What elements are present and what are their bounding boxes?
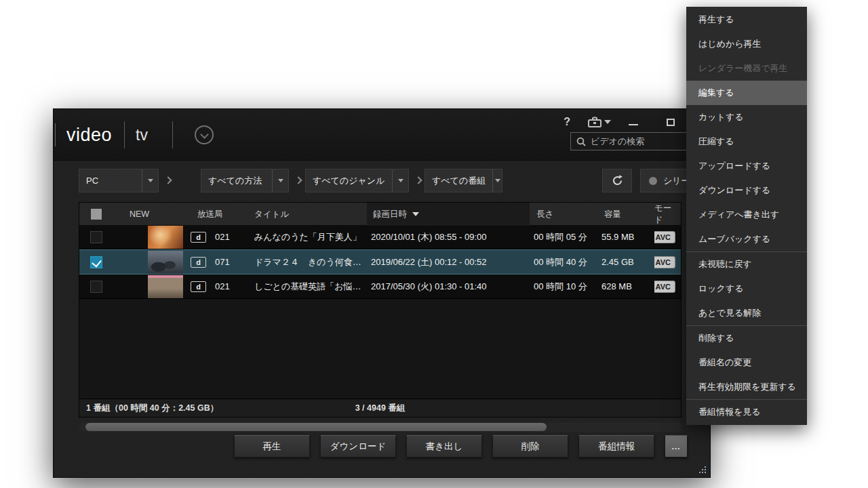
refresh-icon xyxy=(611,174,624,187)
row-checkbox[interactable] xyxy=(90,256,102,268)
menu-item-remove-watch-later[interactable]: あとで見る解除 xyxy=(686,301,807,325)
filter-bar: PC すべての方法 すべてのジャンル すべての番組 xyxy=(79,169,694,192)
dropdown-device-value: PC xyxy=(79,176,142,186)
record-size: 628 MB xyxy=(601,274,654,298)
row-checkbox[interactable] xyxy=(90,231,102,243)
toolbox-icon xyxy=(588,117,601,127)
terrestrial-d-icon: d xyxy=(191,232,206,243)
menu-item-play-from-start[interactable]: はじめから再生 xyxy=(686,32,807,56)
app-window: video tv ? xyxy=(53,108,711,478)
chevron-down-icon[interactable] xyxy=(392,169,408,192)
record-size: 55.9 MB xyxy=(601,225,654,249)
help-icon[interactable]: ? xyxy=(564,116,570,128)
export-button[interactable]: 書き出し xyxy=(406,435,482,458)
program-title: しごとの基礎英語「お悩… xyxy=(250,274,367,298)
program-thumbnail xyxy=(148,275,183,298)
more-actions-button[interactable]: … xyxy=(665,435,688,458)
chevron-down-icon[interactable] xyxy=(142,169,158,192)
refresh-button[interactable] xyxy=(602,169,632,192)
table-header-row: NEW 放送局 タイトル 録画日時 長さ 容量 モード xyxy=(79,203,681,225)
record-length: 00 時間 05 分 xyxy=(530,225,601,249)
menu-item-play-on-renderer: レンダラー機器で再生 xyxy=(686,56,807,81)
record-datetime: 2017/05/30 (火) 01:30 - 01:40 xyxy=(367,274,530,298)
table-row-selected[interactable]: d 071 ドラマ２４ きのう何食… 2019/06/22 (土) 00:12 … xyxy=(79,249,681,274)
recordings-table: NEW 放送局 タイトル 録画日時 長さ 容量 モード d 021 み xyxy=(79,202,682,418)
desktop-wallpaper: video tv ? xyxy=(0,0,868,488)
expand-chevron-icon[interactable] xyxy=(195,125,214,144)
menu-item-rename-program[interactable]: 番組名の変更 xyxy=(686,350,807,375)
menu-item-play[interactable]: 再生する xyxy=(686,7,807,32)
radio-icon xyxy=(649,177,657,185)
table-row[interactable]: d 021 みんなのうた「月下美人」 2020/10/01 (木) 08:55 … xyxy=(79,225,681,249)
terrestrial-d-icon: d xyxy=(191,281,206,292)
horizontal-scrollbar[interactable] xyxy=(79,422,682,432)
table-status-bar: 3 / 4949 番組 1 番組（00 時間 40 分：2.45 GB） xyxy=(79,399,681,417)
tools-menu-button[interactable] xyxy=(588,117,611,127)
menu-item-edit[interactable]: 編集する xyxy=(686,81,807,105)
record-datetime: 2020/10/01 (木) 08:55 - 09:00 xyxy=(367,225,530,249)
breadcrumb-chevron-icon xyxy=(294,176,302,184)
breadcrumb-chevron-icon xyxy=(414,176,422,184)
dropdown-program-value: すべての番組 xyxy=(425,175,492,187)
program-thumbnail xyxy=(148,226,183,249)
column-header-title[interactable]: タイトル xyxy=(250,203,367,226)
dropdown-genre-value: すべてのジャンル xyxy=(306,175,392,187)
column-header-date[interactable]: 録画日時 xyxy=(367,203,530,226)
menu-item-mark-unwatched[interactable]: 未視聴に戻す xyxy=(686,252,807,277)
menu-item-lock[interactable]: ロックする xyxy=(686,277,807,301)
row-checkbox[interactable] xyxy=(90,281,102,293)
column-header-mode[interactable]: モード xyxy=(654,203,681,226)
station-cell: d 021 xyxy=(189,274,250,298)
search-placeholder: ビデオの検索 xyxy=(591,136,644,148)
program-title: みんなのうた「月下美人」 xyxy=(250,225,367,249)
resize-grip[interactable] xyxy=(698,465,707,474)
menu-item-download[interactable]: ダウンロードする xyxy=(686,178,807,203)
search-input[interactable]: ビデオの検索 xyxy=(570,132,698,150)
mode-badge: AVC xyxy=(654,231,675,243)
column-header-new[interactable]: NEW xyxy=(113,203,189,226)
scrollbar-thumb[interactable] xyxy=(85,423,547,431)
record-length: 00 時間 40 分 xyxy=(530,250,601,274)
minimize-button[interactable] xyxy=(629,117,638,127)
menu-item-view-program-info[interactable]: 番組情報を見る xyxy=(686,400,807,424)
chevron-down-icon[interactable] xyxy=(272,169,288,192)
dropdown-genre[interactable]: すべてのジャンル xyxy=(305,169,409,192)
dropdown-method[interactable]: すべての方法 xyxy=(201,169,289,192)
tab-video[interactable]: video xyxy=(56,125,124,146)
select-all-checkbox[interactable] xyxy=(79,203,113,226)
column-header-station[interactable]: 放送局 xyxy=(189,203,250,226)
column-header-size[interactable]: 容量 xyxy=(601,203,654,226)
play-button[interactable]: 再生 xyxy=(234,435,310,458)
program-thumbnail xyxy=(148,251,183,274)
dropdown-program[interactable]: すべての番組 xyxy=(425,169,502,192)
chevron-down-icon xyxy=(604,120,611,124)
column-header-length[interactable]: 長さ xyxy=(530,203,601,226)
record-datetime: 2019/06/22 (土) 00:12 - 00:52 xyxy=(367,250,530,274)
maximize-button[interactable] xyxy=(667,119,675,126)
brand-tabs: video tv xyxy=(54,119,214,151)
menu-item-upload[interactable]: アップロードする xyxy=(686,154,807,178)
terrestrial-d-icon: d xyxy=(191,257,206,268)
table-row[interactable]: d 021 しごとの基礎英語「お悩… 2017/05/30 (火) 01:30 … xyxy=(79,274,681,299)
column-header-date-label: 録画日時 xyxy=(373,209,407,220)
station-cell: d 021 xyxy=(189,225,250,249)
menu-item-moveback[interactable]: ムーブバックする xyxy=(686,227,807,251)
station-cell: d 071 xyxy=(189,250,250,274)
menu-item-cut[interactable]: カットする xyxy=(686,105,807,129)
checkbox-icon xyxy=(91,209,102,220)
breadcrumb-chevron-icon xyxy=(164,176,172,184)
dropdown-device[interactable]: PC xyxy=(79,169,159,192)
tab-tv[interactable]: tv xyxy=(125,126,172,144)
context-menu: 再生する はじめから再生 レンダラー機器で再生 編集する カットする 圧縮する … xyxy=(686,7,807,425)
delete-button[interactable]: 削除 xyxy=(492,435,568,458)
menu-item-export-to-media[interactable]: メディアへ書き出す xyxy=(686,203,807,227)
download-button[interactable]: ダウンロード xyxy=(320,435,396,458)
menu-item-delete[interactable]: 削除する xyxy=(686,326,807,350)
program-info-button[interactable]: 番組情報 xyxy=(578,435,654,458)
action-button-bar: 再生 ダウンロード 書き出し 削除 番組情報 … xyxy=(234,435,688,458)
search-icon xyxy=(576,137,586,146)
menu-item-update-expiration[interactable]: 再生有効期限を更新する xyxy=(686,375,807,399)
menu-item-compress[interactable]: 圧縮する xyxy=(686,129,807,154)
chevron-down-icon[interactable] xyxy=(492,169,502,192)
brand-divider xyxy=(172,121,173,148)
